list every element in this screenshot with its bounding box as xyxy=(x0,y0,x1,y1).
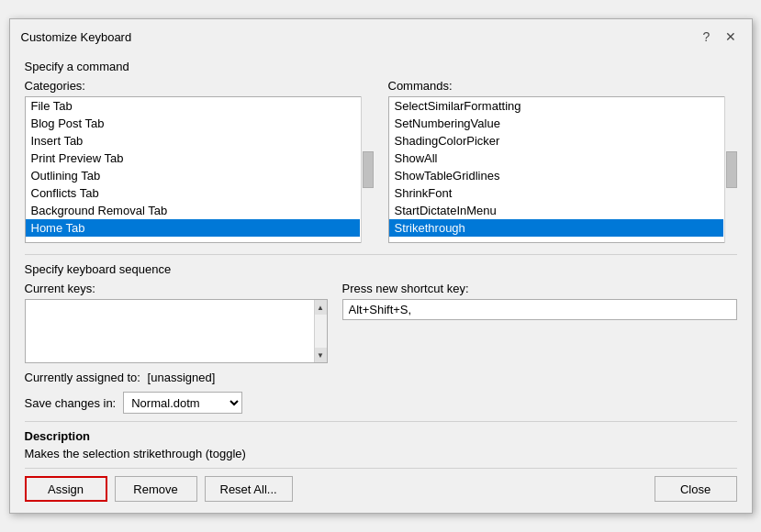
description-text: Makes the selection strikethrough (toggl… xyxy=(25,447,737,460)
reset-all-button[interactable]: Reset All... xyxy=(205,476,293,502)
dialog-body: Specify a command Categories: File Tab B… xyxy=(10,52,752,513)
title-bar-buttons: ? ✕ xyxy=(697,27,741,47)
bottom-divider xyxy=(25,468,737,469)
list-item[interactable]: StartDictateInMenu xyxy=(389,202,723,219)
list-item[interactable]: Blog Post Tab xyxy=(26,115,360,132)
description-section: Description Makes the selection striketh… xyxy=(25,429,737,460)
customize-keyboard-dialog: Customize Keyboard ? ✕ Specify a command… xyxy=(9,18,753,514)
list-item[interactable]: ShowAll xyxy=(389,150,723,167)
window-close-button[interactable]: ✕ xyxy=(721,27,741,47)
command-section: Categories: File Tab Blog Post Tab Inser… xyxy=(25,79,737,243)
keyboard-row: Current keys: ▲ ▼ Press new shortcut key… xyxy=(25,282,737,363)
commands-col: Commands: SelectSimilarFormatting SetNum… xyxy=(388,79,737,243)
categories-scrollbar[interactable] xyxy=(361,96,374,243)
section-divider-1 xyxy=(25,254,737,255)
categories-listbox[interactable]: File Tab Blog Post Tab Insert Tab Print … xyxy=(25,96,374,243)
assigned-row: Currently assigned to: [unassigned] xyxy=(25,371,737,384)
current-keys-col: Current keys: ▲ ▼ xyxy=(25,282,328,363)
list-item[interactable]: ShowTableGridlines xyxy=(389,167,723,184)
dialog-title: Customize Keyboard xyxy=(21,30,132,44)
title-bar: Customize Keyboard ? ✕ xyxy=(10,19,752,52)
commands-scrollbar[interactable] xyxy=(724,96,737,243)
section-divider-2 xyxy=(25,421,737,422)
help-button[interactable]: ? xyxy=(697,27,717,47)
current-keys-label: Current keys: xyxy=(25,282,328,295)
list-item[interactable]: ShadingColorPicker xyxy=(389,132,723,150)
remove-button[interactable]: Remove xyxy=(115,476,197,502)
scroll-down-button[interactable]: ▼ xyxy=(315,348,327,362)
list-item[interactable]: Insert Tab xyxy=(26,132,360,150)
save-row: Save changes in: Normal.dotm This docume… xyxy=(25,392,737,414)
list-item[interactable]: Conflicts Tab xyxy=(26,184,360,202)
current-keys-scrollbar[interactable]: ▲ ▼ xyxy=(314,300,327,362)
description-label: Description xyxy=(25,429,737,443)
commands-scrollbar-thumb xyxy=(726,151,737,188)
commands-listbox[interactable]: SelectSimilarFormatting SetNumberingValu… xyxy=(388,96,737,243)
keyboard-sequence-label: Specify keyboard sequence xyxy=(25,262,737,276)
list-item-selected[interactable]: Home Tab xyxy=(26,219,360,237)
close-button[interactable]: Close xyxy=(655,476,737,502)
categories-list: File Tab Blog Post Tab Insert Tab Print … xyxy=(26,97,360,237)
categories-label: Categories: xyxy=(25,79,374,93)
save-select[interactable]: Normal.dotm This document xyxy=(123,392,242,414)
current-keys-box[interactable]: ▲ ▼ xyxy=(25,299,328,363)
new-shortcut-label: Press new shortcut key: xyxy=(342,282,737,295)
bottom-buttons: Assign Remove Reset All... Close xyxy=(25,476,737,502)
commands-label: Commands: xyxy=(388,79,737,93)
assign-button[interactable]: Assign xyxy=(25,476,107,502)
scroll-up-button[interactable]: ▲ xyxy=(315,300,327,315)
list-item[interactable]: SelectSimilarFormatting xyxy=(389,97,723,115)
list-item[interactable]: Outlining Tab xyxy=(26,167,360,184)
list-item-selected[interactable]: Strikethrough xyxy=(389,219,723,237)
specify-command-label: Specify a command xyxy=(25,60,737,73)
commands-listbox-wrapper: SelectSimilarFormatting SetNumberingValu… xyxy=(388,96,737,243)
scroll-track xyxy=(315,315,327,348)
list-item[interactable]: ShrinkFont xyxy=(389,184,723,202)
categories-listbox-wrapper: File Tab Blog Post Tab Insert Tab Print … xyxy=(25,96,374,243)
list-item[interactable]: Background Removal Tab xyxy=(26,202,360,219)
save-label: Save changes in: xyxy=(25,396,117,410)
categories-col: Categories: File Tab Blog Post Tab Inser… xyxy=(25,79,374,243)
assigned-label: Currently assigned to: xyxy=(25,371,140,384)
keyboard-sequence-section: Specify keyboard sequence Current keys: … xyxy=(25,262,737,384)
categories-scrollbar-thumb xyxy=(363,151,374,188)
list-item[interactable]: Print Preview Tab xyxy=(26,150,360,167)
new-shortcut-col: Press new shortcut key: xyxy=(342,282,737,320)
assigned-value: [unassigned] xyxy=(148,371,216,384)
list-item[interactable]: File Tab xyxy=(26,97,360,115)
list-item[interactable]: SetNumberingValue xyxy=(389,115,723,132)
commands-list: SelectSimilarFormatting SetNumberingValu… xyxy=(389,97,723,237)
new-shortcut-input[interactable] xyxy=(342,299,737,320)
